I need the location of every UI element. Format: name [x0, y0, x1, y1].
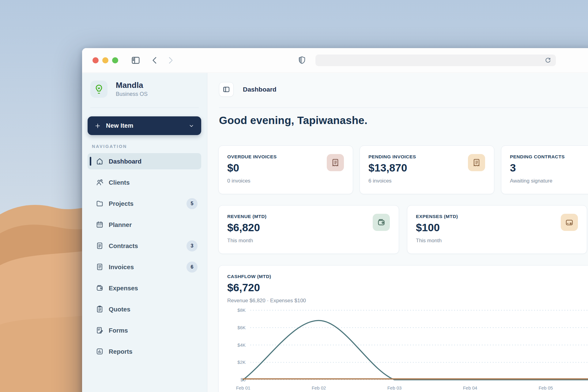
contract-icon	[96, 242, 104, 250]
sidebar-item-label: Dashboard	[109, 158, 141, 165]
svg-text:$4K: $4K	[237, 342, 246, 348]
sidebar-item-reports[interactable]: Reports	[88, 343, 201, 360]
browser-back-button[interactable]	[150, 55, 160, 65]
sidebar-nav: Dashboard Clients Projects	[82, 153, 207, 360]
nav-section-label: NAVIGATION	[92, 144, 207, 149]
receipt-icon	[468, 154, 485, 171]
sidebar-divider	[90, 107, 199, 108]
privacy-shield-icon[interactable]	[297, 55, 307, 65]
nav-badge: 3	[187, 240, 198, 251]
receipt-icon	[327, 154, 344, 171]
svg-text:$8K: $8K	[237, 307, 246, 313]
page-title: Dashboard	[243, 86, 277, 93]
new-item-label: New Item	[106, 122, 133, 129]
svg-text:Feb 04: Feb 04	[463, 385, 477, 390]
stat-sub: This month	[416, 238, 442, 244]
window-minimize-button[interactable]	[102, 57, 108, 63]
cashflow-line-chart: $0$2K$4K$6K$8KFeb 01Feb 02Feb 03Feb 04Fe…	[219, 266, 588, 392]
stat-value: $6,820	[227, 221, 260, 234]
svg-text:$2K: $2K	[237, 360, 246, 365]
stat-label: PENDING INVOICES	[368, 154, 416, 160]
brand-text: Mandla Business OS	[116, 81, 148, 97]
desktop-screen: { "colors": { "accent_navy": "#1d3050", …	[0, 0, 588, 392]
address-bar-input[interactable]	[315, 58, 556, 63]
lightbulb-icon	[93, 84, 104, 95]
stat-label: REVENUE (MTD)	[227, 214, 266, 219]
stat-sub: 0 invoices	[227, 178, 251, 184]
sidebar-item-projects[interactable]: Projects 5	[88, 195, 201, 212]
brand-subtitle: Business OS	[116, 91, 148, 97]
folder-icon	[96, 199, 104, 208]
panel-icon	[222, 85, 230, 93]
panel-toggle-button[interactable]	[219, 82, 234, 97]
form-pencil-icon	[96, 326, 104, 334]
svg-text:Feb 05: Feb 05	[539, 385, 553, 390]
sidebar-item-label: Expenses	[109, 285, 138, 292]
browser-forward-button[interactable]	[166, 55, 175, 65]
browser-toolbar	[82, 48, 588, 73]
sidebar-item-label: Invoices	[109, 263, 134, 271]
sidebar-item-planner[interactable]: Planner	[88, 217, 201, 233]
app-body: Mandla Business OS New Item NAVIGATION D…	[82, 73, 588, 392]
sidebar-item-clients[interactable]: Clients	[88, 174, 201, 190]
clients-icon	[96, 178, 104, 187]
plus-icon	[94, 123, 101, 129]
stat-value: $100	[416, 221, 440, 234]
stat-label: EXPENSES (MTD)	[416, 214, 458, 219]
app-sidebar: Mandla Business OS New Item NAVIGATION D…	[82, 73, 207, 392]
clipboard-icon	[96, 305, 104, 313]
report-chart-icon	[96, 347, 104, 356]
stat-card-overdue-invoices[interactable]: OVERDUE INVOICES $0 0 invoices	[218, 145, 353, 194]
address-bar[interactable]	[315, 55, 556, 66]
svg-text:Feb 02: Feb 02	[312, 385, 326, 390]
stat-card-expenses-mtd[interactable]: EXPENSES (MTD) $100 This month	[407, 205, 587, 254]
sidebar-item-quotes[interactable]: Quotes	[88, 301, 201, 317]
wallet-icon	[373, 214, 390, 231]
stat-sub: 6 invoices	[368, 178, 392, 184]
stat-value: $13,870	[368, 162, 407, 174]
browser-sidebar-toggle-icon[interactable]	[131, 55, 141, 65]
main-content: Dashboard Good evening, Tapiwanashe. OVE…	[207, 73, 588, 392]
stat-sub: Awaiting signature	[510, 178, 552, 184]
header-divider	[219, 107, 588, 108]
sidebar-item-contracts[interactable]: Contracts 3	[88, 238, 201, 254]
brand-name: Mandla	[116, 81, 148, 90]
home-icon	[96, 157, 104, 165]
stat-card-pending-contracts[interactable]: PENDING CONTRACTS 3 Awaiting signature	[501, 145, 588, 194]
stat-sub: This month	[227, 238, 253, 244]
sidebar-item-dashboard[interactable]: Dashboard	[88, 153, 201, 169]
calendar-icon	[96, 221, 104, 229]
refresh-icon[interactable]	[544, 57, 552, 64]
svg-text:Feb 03: Feb 03	[387, 385, 402, 390]
sidebar-item-label: Projects	[109, 200, 134, 207]
sidebar-item-label: Planner	[109, 221, 132, 228]
invoice-icon	[96, 263, 104, 271]
stat-value: $0	[227, 162, 239, 174]
chevron-down-icon	[188, 123, 194, 129]
sidebar-item-label: Reports	[109, 348, 132, 355]
stat-label: PENDING CONTRACTS	[510, 154, 565, 160]
sidebar-item-forms[interactable]: Forms	[88, 322, 201, 338]
sidebar-item-expenses[interactable]: Expenses	[88, 280, 201, 296]
window-close-button[interactable]	[92, 57, 99, 63]
credit-card-icon	[561, 214, 578, 231]
stat-card-pending-invoices[interactable]: PENDING INVOICES $13,870 6 invoices	[360, 145, 494, 194]
wallet-icon	[96, 284, 104, 292]
svg-text:$6K: $6K	[237, 325, 246, 330]
sidebar-item-label: Contracts	[109, 242, 138, 250]
brand-block: Mandla Business OS	[82, 73, 207, 98]
sidebar-item-invoices[interactable]: Invoices 6	[88, 259, 201, 275]
stat-card-revenue-mtd[interactable]: REVENUE (MTD) $6,820 This month	[218, 205, 399, 254]
stat-label: OVERDUE INVOICES	[227, 154, 277, 160]
window-zoom-button[interactable]	[112, 57, 118, 63]
active-indicator	[90, 157, 91, 166]
nav-badge: 5	[187, 198, 198, 209]
nav-badge: 6	[187, 262, 198, 273]
sidebar-item-label: Clients	[109, 179, 130, 186]
new-item-button[interactable]: New Item	[88, 116, 201, 135]
sidebar-item-label: Forms	[109, 327, 128, 334]
cashflow-card: CASHFLOW (MTD) $6,720 Revenue $6,820 · E…	[218, 265, 588, 392]
svg-text:Feb 01: Feb 01	[236, 385, 251, 390]
stat-value: 3	[510, 162, 516, 174]
brand-logo	[90, 81, 107, 98]
